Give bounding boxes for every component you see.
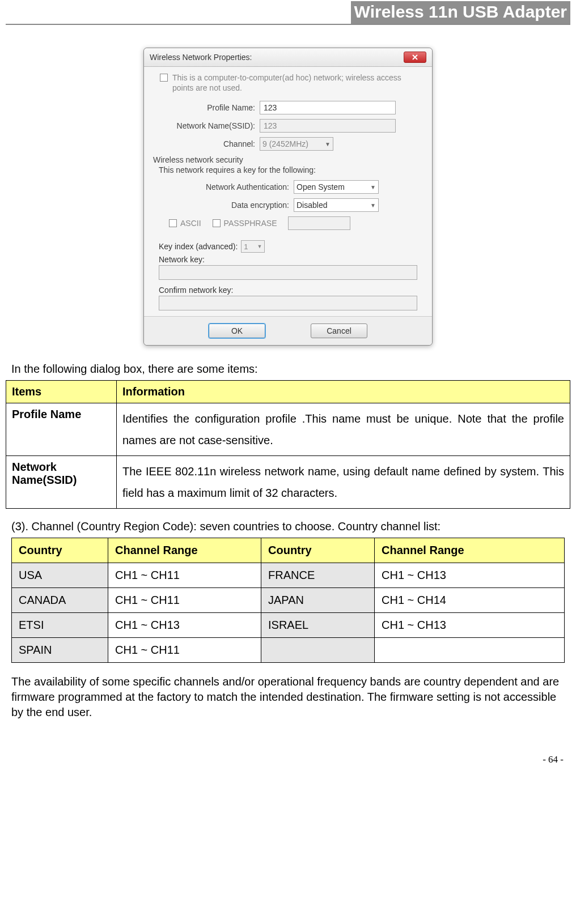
range-cell: CH1 ~ CH13 [375,613,565,638]
dialog-title-text: Wireless Network Properties: [150,53,252,62]
page-title: Wireless 11n USB Adapter [351,1,570,24]
ascii-label: ASCII [180,219,201,228]
auth-value: Open System [297,182,345,191]
chevron-down-icon: ▼ [370,202,376,208]
key-index-value: 1 [244,242,248,251]
page-number: - 64 - [6,754,564,765]
item-name: Profile Name [6,403,117,456]
range-header: Channel Range [108,538,261,563]
country-cell: FRANCE [261,563,375,588]
country-cell: USA [12,563,108,588]
key-index-select[interactable]: 1 ▼ [241,240,265,253]
country-cell: CANADA [12,588,108,613]
adhoc-label: This is a computer-to-computer(ad hoc) n… [172,73,424,93]
dialog-titlebar: Wireless Network Properties: [144,48,432,67]
cancel-button[interactable]: Cancel [311,323,367,338]
chevron-down-icon: ▼ [257,244,262,249]
range-cell [375,638,565,663]
chevron-down-icon: ▼ [325,141,331,147]
passphrase-input[interactable] [288,216,350,230]
encryption-value: Disabled [297,201,327,210]
country-cell: ISRAEL [261,613,375,638]
security-section-header: Wireless network security [153,155,424,164]
range-header: Channel Range [375,538,565,563]
item-info: The IEEE 802.11n wireless network name, … [117,456,570,509]
item-name: Network Name(SSID) [6,456,117,509]
country-header: Country [12,538,108,563]
country-cell [261,638,375,663]
range-cell: CH1 ~ CH11 [108,563,261,588]
info-header: Information [117,381,570,403]
item-info: Identifies the configuration profile .Th… [117,403,570,456]
chevron-down-icon: ▼ [370,184,376,190]
range-cell: CH1 ~ CH13 [108,613,261,638]
range-cell: CH1 ~ CH11 [108,638,261,663]
country-cell: SPAIN [12,638,108,663]
auth-label: Network Authentication: [175,182,294,191]
table-row: Network Name(SSID) The IEEE 802.11n wire… [6,456,570,509]
ascii-checkbox[interactable] [169,219,177,227]
channel-intro: (3). Channel (Country Region Code): seve… [11,520,565,533]
availability-note: The availability of some specific channe… [11,674,565,720]
wireless-properties-dialog: Wireless Network Properties: This is a c… [143,48,433,346]
country-header: Country [261,538,375,563]
channel-label: Channel: [152,139,260,148]
profile-name-input[interactable]: 123 [260,101,396,114]
channel-value: 9 (2452MHz) [262,139,308,148]
ssid-input[interactable]: 123 [260,119,396,133]
range-cell: CH1 ~ CH13 [375,563,565,588]
passphrase-checkbox[interactable] [213,219,221,227]
ok-button[interactable]: OK [209,323,265,338]
table-row: USA CH1 ~ CH11 FRANCE CH1 ~ CH13 [12,563,565,588]
table-row: ETSI CH1 ~ CH13 ISRAEL CH1 ~ CH13 [12,613,565,638]
encryption-label: Data encryption: [175,201,294,210]
adhoc-checkbox[interactable] [160,74,168,82]
country-cell: ETSI [12,613,108,638]
channel-select[interactable]: 9 (2452MHz) ▼ [260,137,333,151]
confirm-key-label: Confirm network key: [159,286,424,295]
range-cell: CH1 ~ CH14 [375,588,565,613]
encryption-select[interactable]: Disabled ▼ [294,198,379,212]
auth-select[interactable]: Open System ▼ [294,180,379,194]
key-index-label: Key index (advanced): [159,242,238,251]
network-key-input[interactable] [159,265,417,280]
network-key-label: Network key: [159,255,424,264]
table-row: Profile Name Identifies the configuratio… [6,403,570,456]
country-cell: JAPAN [261,588,375,613]
passphrase-label: PASSPHRASE [224,219,277,228]
ssid-label: Network Name(SSID): [152,121,260,130]
channel-table: Country Channel Range Country Channel Ra… [11,538,565,663]
items-header: Items [6,381,117,403]
close-icon [412,54,418,61]
items-table: Items Information Profile Name Identifie… [6,380,570,509]
intro-text: In the following dialog box, there are s… [11,363,565,376]
table-row: SPAIN CH1 ~ CH11 [12,638,565,663]
close-button[interactable] [404,52,426,63]
confirm-key-input[interactable] [159,296,417,310]
security-section-sub: This network requires a key for the foll… [159,165,424,174]
page-header: Wireless 11n USB Adapter [6,0,570,25]
table-row: CANADA CH1 ~ CH11 JAPAN CH1 ~ CH14 [12,588,565,613]
profile-name-label: Profile Name: [152,103,260,112]
range-cell: CH1 ~ CH11 [108,588,261,613]
